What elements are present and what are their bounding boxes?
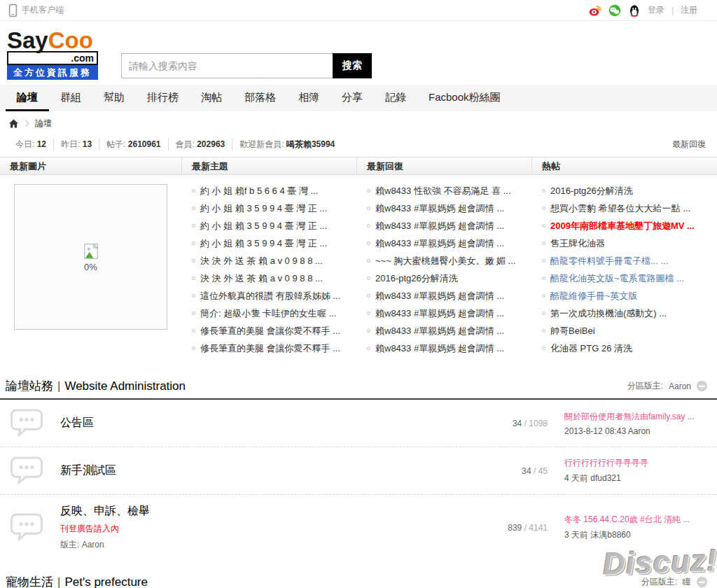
forum-moderator-link[interactable]: Aaron	[82, 540, 104, 550]
hot-post-link[interactable]: 帥哥BeiBei	[550, 326, 595, 336]
list-item: 約 小 姐 賴 3 5 9 9 4 臺 灣 正 ...	[192, 217, 353, 234]
reply-link[interactable]: 賴w8433 #單親媽媽 超會調情 ...	[375, 238, 504, 248]
latest-image-loading[interactable]: 0%	[14, 184, 167, 330]
section-title[interactable]: 寵物生活|Pet's prefecture	[6, 574, 148, 588]
hot-post-link[interactable]: 酷龍零件料號手冊電子檔... ...	[550, 255, 668, 266]
nav-item-share[interactable]: 分享	[330, 85, 374, 111]
wechat-icon[interactable]	[608, 4, 621, 17]
nav-item-facebook[interactable]: Facbook粉絲團	[417, 85, 512, 111]
posts-count: / 4141	[524, 523, 548, 533]
nav-item-records[interactable]: 記錄	[374, 85, 417, 111]
nav-item-blog[interactable]: 部落格	[233, 85, 287, 111]
reply-link[interactable]: 賴w8433 #單親媽媽 超會調情 ...	[375, 203, 504, 214]
section-moderator-link[interactable]: Aaron	[669, 382, 691, 391]
breadcrumb-current[interactable]: 論壇	[35, 118, 52, 130]
hot-post-link[interactable]: 酷龍維修手冊~英文版	[550, 290, 638, 301]
stat-members-value: 202963	[197, 139, 225, 149]
search-input[interactable]	[121, 53, 333, 78]
home-icon[interactable]	[8, 118, 19, 129]
nav-item-forum[interactable]: 論壇	[6, 85, 49, 111]
bullet-icon	[367, 224, 370, 227]
hot-posts-header: 熱帖	[532, 158, 717, 175]
list-item: 簡介: 超級小隻 卡哇伊的女生喔 ...	[192, 304, 353, 322]
hot-post-link[interactable]: 2009年南部檔車基地墾丁旅遊MV ...	[550, 220, 695, 231]
latest-reply-link[interactable]: 最新回復	[672, 139, 706, 150]
broken-image-icon	[82, 242, 100, 260]
collapse-section-button[interactable]	[697, 577, 707, 587]
site-header: SayCoo .com 全方位資訊服務 搜索	[0, 21, 717, 85]
latest-topics-list: 約 小 姐 賴f b 5 6 6 4 臺 灣 ... 約 小 姐 賴 3 5 9…	[182, 181, 357, 357]
collapse-section-button[interactable]	[697, 381, 707, 391]
reply-link[interactable]: 賴w8433 #單親媽媽 超會調情 ...	[375, 326, 504, 336]
reply-link[interactable]: 賴w8433 #單親媽媽 超會調情 ...	[375, 290, 504, 301]
list-item: 酷龍維修手冊~英文版	[542, 287, 713, 304]
section-moderator-link[interactable]: 瞳	[683, 576, 691, 588]
list-item: 賴w8433 #單親媽媽 超會調情 ...	[367, 304, 528, 322]
nav-item-help[interactable]: 幫助	[92, 85, 136, 111]
hot-post-link[interactable]: 售王牌化油器	[550, 238, 605, 248]
hot-post-link[interactable]: 化油器 PTG 26 清洗	[550, 343, 632, 354]
nav-item-taotie[interactable]: 淘帖	[190, 85, 233, 111]
topic-link[interactable]: 這位外貌真的很讚 有股韓系姊姊 ...	[200, 290, 340, 301]
section-title-zh: 論壇站務	[6, 379, 53, 393]
forum-ad-note-link[interactable]: 刊登廣告請入內	[60, 523, 478, 535]
reply-link[interactable]: ~~~ 胸大蜜桃翹臀小美女。嫩 媚 ...	[375, 255, 515, 266]
list-item: 賴w8433 #單親媽媽 超會調情 ...	[367, 234, 528, 252]
nav-item-album[interactable]: 相簿	[287, 85, 330, 111]
breadcrumb-separator-icon	[25, 120, 29, 127]
last-post-title-link[interactable]: 行行行行行行寻寻寻寻	[564, 457, 713, 469]
topic-link[interactable]: 約 小 姐 賴 3 5 9 9 4 臺 灣 正 ...	[200, 203, 327, 214]
reply-link[interactable]: 2016-ptg26分解清洗	[375, 273, 458, 284]
topic-link[interactable]: 約 小 姐 賴 3 5 9 9 4 臺 灣 正 ...	[200, 238, 327, 248]
search-button[interactable]: 搜索	[333, 53, 372, 78]
logo-tagline: 全方位資訊服務	[7, 65, 98, 80]
weibo-icon[interactable]	[589, 4, 601, 17]
topic-link[interactable]: 約 小 姐 賴f b 5 6 6 4 臺 灣 ...	[200, 186, 318, 196]
qq-icon[interactable]	[628, 4, 641, 17]
bullet-icon	[367, 259, 370, 262]
topic-link[interactable]: 修長筆直的美腿 會讓你愛不釋手 ...	[200, 326, 340, 336]
reply-link[interactable]: 賴w8433 性欲強 不容易滿足 喜 ...	[375, 186, 511, 196]
newest-member-link[interactable]: 喝茶賴35994	[286, 139, 335, 149]
list-item: 賴w8433 #單親媽媽 超會調情 ...	[367, 340, 528, 357]
mobile-client-link[interactable]: 手机客户端	[8, 4, 64, 18]
forum-name-link[interactable]: 反映、申訴、檢舉	[60, 504, 150, 519]
last-post-title-link[interactable]: 冬冬 156.44.C.20歲 #台北 清純 ...	[564, 514, 713, 526]
list-item: 修長筆直的美腿 會讓你愛不釋手 ...	[192, 340, 353, 357]
image-load-percent: 0%	[84, 262, 97, 272]
bullet-icon	[542, 329, 545, 332]
bullet-icon	[367, 312, 370, 315]
nav-item-groups[interactable]: 群組	[49, 85, 92, 111]
hot-post-link[interactable]: 酷龍化油英文版~電系電路圖檔 ...	[550, 273, 684, 284]
reply-link[interactable]: 賴w8433 #單親媽媽 超會調情 ...	[375, 343, 504, 354]
site-logo[interactable]: SayCoo .com 全方位資訊服務	[7, 30, 98, 80]
bullet-icon	[192, 189, 195, 192]
reply-link[interactable]: 賴w8433 #單親媽媽 超會調情 ...	[375, 220, 504, 231]
topic-link[interactable]: 決 決 外 送 茶 賴 a v 0 9 8 8 ...	[200, 273, 323, 284]
section-title[interactable]: 論壇站務|Website Administration	[6, 378, 186, 394]
stat-welcome-label: 歡迎新會員:	[239, 139, 284, 149]
logo-say-text: Say	[7, 27, 48, 53]
topic-link[interactable]: 約 小 姐 賴 3 5 9 9 4 臺 灣 正 ...	[200, 220, 327, 231]
hot-post-link[interactable]: 第一次成功換機油(感動文) ...	[550, 308, 667, 318]
forum-name-link[interactable]: 新手測試區	[60, 463, 116, 478]
topic-link[interactable]: 簡介: 超級小隻 卡哇伊的女生喔 ...	[200, 308, 336, 318]
hot-post-link[interactable]: 想買小雲豹 希望各位大大給一點 ...	[550, 203, 690, 214]
list-item: 賴w8433 #單親媽媽 超會調情 ...	[367, 200, 528, 217]
list-item: 修長筆直的美腿 會讓你愛不釋手 ...	[192, 322, 353, 340]
reply-link[interactable]: 賴w8433 #單親媽媽 超會調情 ...	[375, 308, 504, 318]
latest-images-header: 最新圖片	[0, 158, 182, 175]
topic-link[interactable]: 決 決 外 送 茶 賴 a v 0 9 8 8 ...	[200, 255, 323, 266]
forum-name-link[interactable]: 公告區	[60, 416, 94, 430]
login-link[interactable]: 登录	[648, 4, 664, 16]
bullet-icon	[542, 294, 545, 298]
last-post-title-link[interactable]: 關於部份使用者無法由family.say ...	[564, 411, 713, 423]
topic-link[interactable]: 修長筆直的美腿 會讓你愛不釋手 ...	[200, 343, 340, 354]
nav-item-ranking[interactable]: 排行榜	[136, 85, 190, 111]
hot-post-link[interactable]: 2016-ptg26分解清洗	[550, 186, 633, 196]
overview-panel: 最新圖片 最新主題 最新回復 熱帖 0% 約 小 姐 賴f b 5 6 6 4 …	[0, 157, 717, 364]
bullet-icon	[542, 241, 545, 245]
stat-members-label: 會員:	[176, 139, 195, 149]
register-link[interactable]: 注册	[681, 4, 697, 16]
list-item: 這位外貌真的很讚 有股韓系姊姊 ...	[192, 287, 353, 304]
